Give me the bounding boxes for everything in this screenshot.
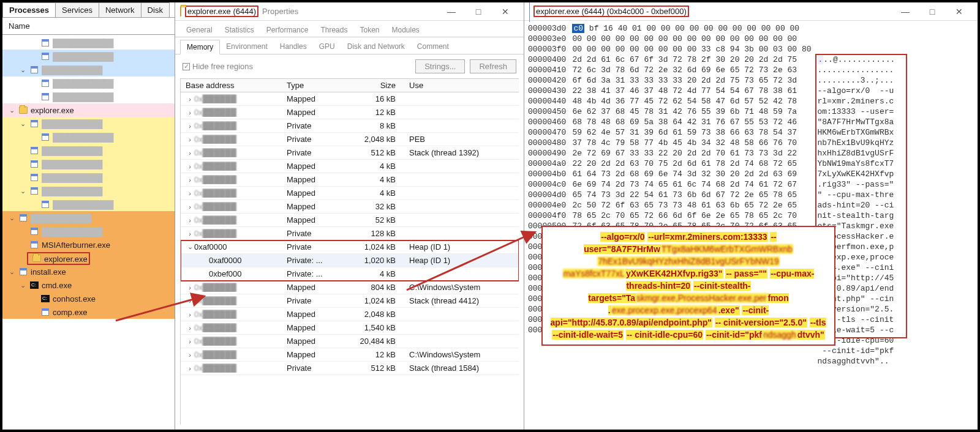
- column-header-name[interactable]: Name: [2, 18, 175, 35]
- tree-node[interactable]: ████████████: [2, 50, 175, 63]
- tree-label: ████████████: [53, 39, 113, 48]
- tree-node[interactable]: ████████████: [2, 144, 175, 157]
- memory-row[interactable]: 0xaf0000Private: ...1,020 kBHeap (ID 1): [181, 254, 519, 267]
- memory-row[interactable]: ›0x██████Private512 kBStack (thread 1392…: [181, 146, 519, 160]
- memory-row[interactable]: ›0x██████Private2,048 kBPEB: [181, 133, 519, 146]
- tree-node[interactable]: explorer.exe: [2, 251, 175, 265]
- refresh-button[interactable]: Refresh: [470, 59, 516, 73]
- memory-row[interactable]: ›0x██████Mapped16 kB: [181, 92, 519, 106]
- close-button[interactable]: ✕: [492, 4, 519, 20]
- tree-node[interactable]: ████████████: [2, 198, 175, 211]
- tree-node[interactable]: ⌄C:cmd.exe: [2, 278, 175, 292]
- memory-row[interactable]: 0xbef000Private: ...4 kB: [181, 267, 519, 281]
- app-icon: [29, 65, 39, 75]
- tab-processes[interactable]: Processes: [2, 2, 56, 17]
- tab-network[interactable]: Network: [99, 2, 141, 17]
- app-icon: [29, 186, 39, 196]
- maximize-button[interactable]: □: [919, 4, 946, 20]
- properties-tab-threads[interactable]: Threads: [314, 23, 353, 37]
- tree-node[interactable]: ⌄████████████: [2, 117, 175, 130]
- properties-tab-modules[interactable]: Modules: [385, 23, 425, 37]
- memory-row[interactable]: ⌄0xaf0000Private1,024 kBHeap (ID 1): [181, 240, 519, 254]
- tree-label: install.exe: [31, 267, 66, 277]
- memory-row[interactable]: ›0x██████Mapped4 kB: [181, 160, 519, 173]
- minimize-button[interactable]: —: [892, 4, 919, 20]
- tree-node[interactable]: comp.exe: [2, 305, 175, 319]
- tree-node[interactable]: ⌄████████████: [2, 211, 175, 225]
- tree-twisty[interactable]: ⌄: [18, 120, 27, 128]
- memory-row[interactable]: ›0x██████Private128 kB: [181, 227, 519, 240]
- hex-ascii-column[interactable]: ...@....................................…: [818, 23, 895, 427]
- tree-node[interactable]: C:conhost.exe: [2, 292, 175, 305]
- hex-body[interactable]: 000003d0000003e0000003f00000040000000410…: [524, 21, 978, 430]
- tree-node[interactable]: ████████████: [2, 90, 175, 103]
- properties-tab-performance[interactable]: Performance: [260, 23, 315, 37]
- memory-row[interactable]: ›0x██████Mapped12 kB: [181, 106, 519, 119]
- app-icon: [40, 51, 50, 61]
- memory-row[interactable]: ›0x██████Private1,024 kBStack (thread 44…: [181, 294, 519, 308]
- app-icon: [529, 1, 530, 21]
- tree-twisty[interactable]: ⌄: [7, 106, 16, 114]
- properties-tab-gpu[interactable]: GPU: [313, 40, 341, 54]
- tree-twisty[interactable]: ⌄: [18, 281, 27, 289]
- tree-node[interactable]: MSIAfterburner.exe: [2, 238, 175, 251]
- tree-node[interactable]: ⌄explorer.exe: [2, 103, 175, 117]
- tree-label: conhost.exe: [53, 294, 96, 304]
- tree-twisty[interactable]: ⌄: [18, 187, 27, 195]
- memory-row[interactable]: ›0x██████Mapped1,540 kB: [181, 321, 519, 335]
- tree-twisty[interactable]: ⌄: [18, 66, 27, 74]
- properties-tab-handles[interactable]: Handles: [274, 40, 313, 54]
- properties-tab-statistics[interactable]: Statistics: [219, 23, 260, 37]
- hex-bytes-column[interactable]: c0 bf 16 40 01 00 00 00 00 00 00 00 00 0…: [572, 23, 817, 427]
- hex-titlebar[interactable]: explorer.exe (6444) (0xb4c000 - 0xbef000…: [524, 2, 978, 21]
- tab-services[interactable]: Services: [55, 2, 99, 17]
- tree-node[interactable]: ████████████: [2, 171, 175, 184]
- properties-tab-comment[interactable]: Comment: [411, 40, 455, 54]
- hex-view-window: explorer.exe (6444) (0xb4c000 - 0xbef000…: [524, 2, 978, 430]
- console-icon: C:: [29, 280, 39, 290]
- memory-row[interactable]: ›0x██████Mapped4 kB: [181, 187, 519, 200]
- memory-table-header[interactable]: Base address Type Size Use: [181, 79, 519, 92]
- properties-tab-disk-and-network[interactable]: Disk and Network: [341, 40, 411, 54]
- memory-row[interactable]: ›0x██████Mapped52 kB: [181, 214, 519, 227]
- properties-tab-environment[interactable]: Environment: [220, 40, 273, 54]
- maximize-button[interactable]: □: [465, 4, 492, 20]
- strings-button[interactable]: Strings...: [415, 59, 465, 73]
- tree-node[interactable]: ████████████: [2, 76, 175, 90]
- memory-row[interactable]: ›0x██████Mapped4 kB: [181, 173, 519, 187]
- memory-row[interactable]: ›0x██████Mapped12 kBC:\Windows\System: [181, 348, 519, 362]
- memory-row[interactable]: ›0x██████Mapped2,048 kB: [181, 308, 519, 321]
- memory-row[interactable]: ›0x██████Mapped32 kB: [181, 200, 519, 214]
- tree-label: ████████████: [42, 65, 102, 75]
- tree-node[interactable]: ████████████: [2, 157, 175, 171]
- tree-node[interactable]: ⌄install.exe: [2, 265, 175, 278]
- memory-regions-table[interactable]: Base address Type Size Use ›0x██████Mapp…: [180, 78, 519, 425]
- tree-node[interactable]: ⌄████████████: [2, 63, 175, 76]
- main-tabs: ProcessesServicesNetworkDisk: [2, 2, 175, 18]
- properties-tab-token[interactable]: Token: [353, 23, 385, 37]
- tree-label: ████████████: [42, 187, 102, 196]
- tree-label: ████████████: [42, 173, 102, 182]
- properties-tab-general[interactable]: General: [180, 23, 219, 37]
- app-icon: [40, 307, 50, 317]
- tab-disk[interactable]: Disk: [141, 2, 170, 17]
- hex-title: explorer.exe (6444) (0xb4c000 - 0xbef000…: [533, 6, 689, 17]
- close-button[interactable]: ✕: [946, 4, 973, 20]
- minimize-button[interactable]: —: [438, 4, 465, 20]
- tree-node[interactable]: ████████████: [2, 130, 175, 144]
- memory-row[interactable]: ›0x██████Private8 kB: [181, 119, 519, 133]
- memory-row[interactable]: ›0x██████Mapped804 kBC:\Windows\System: [181, 281, 519, 294]
- tree-node[interactable]: ⌄████████████: [2, 184, 175, 198]
- tree-twisty[interactable]: ⌄: [7, 268, 16, 276]
- tree-node[interactable]: ████████████: [2, 36, 175, 50]
- tree-label: ████████████: [53, 200, 113, 209]
- memory-row[interactable]: ›0x██████Private512 kBStack (thread 1584…: [181, 362, 519, 375]
- properties-tab-memory[interactable]: Memory: [180, 40, 220, 54]
- tree-twisty[interactable]: ⌄: [7, 214, 16, 222]
- tree-label: ████████████: [53, 79, 113, 88]
- properties-titlebar[interactable]: explorer.exe (6444) Properties — □ ✕: [175, 2, 524, 21]
- process-tree[interactable]: ████████████████████████⌄███████████████…: [2, 35, 175, 430]
- hide-free-checkbox[interactable]: ✓ Hide free regions: [183, 62, 253, 71]
- tree-node[interactable]: ████████████: [2, 225, 175, 238]
- memory-row[interactable]: ›0x██████Mapped20,484 kB: [181, 335, 519, 348]
